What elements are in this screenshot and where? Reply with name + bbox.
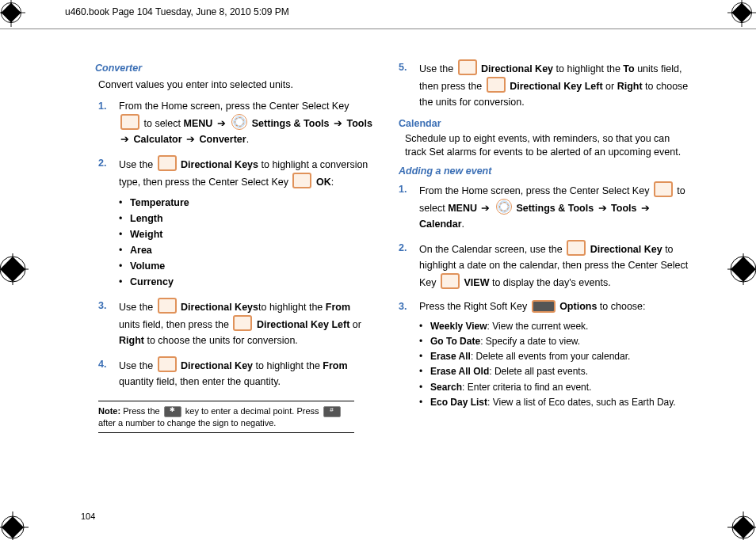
list-item: Length xyxy=(119,211,373,226)
directional-key-icon xyxy=(487,77,506,93)
list-item: Area xyxy=(119,242,373,258)
star-key-icon xyxy=(164,406,181,417)
settings-tools-icon xyxy=(231,114,247,130)
arrow-icon: ➔ xyxy=(120,134,129,145)
list-item: Erase All: Delete all events from your c… xyxy=(419,349,693,364)
arrow-icon: ➔ xyxy=(186,134,195,145)
step-number: 2. xyxy=(399,240,407,256)
crop-mark-icon xyxy=(727,253,756,285)
converter-step-2: 2. Use the Directional Keys to highlight… xyxy=(98,155,373,290)
left-column: Converter Convert values you enter into … xyxy=(79,59,373,433)
crop-header: u460.book Page 104 Tuesday, June 8, 2010… xyxy=(0,0,756,29)
hash-key-icon xyxy=(323,406,341,417)
list-item: Eco Day List: View a list of Eco dates, … xyxy=(419,395,693,410)
step-number: 5. xyxy=(399,59,407,75)
list-item: Erase All Old: Delete all past events. xyxy=(419,364,693,379)
calendar-step-2: 2. On the Calendar screen, use the Direc… xyxy=(399,240,693,291)
arrow-icon: ➔ xyxy=(641,203,650,214)
center-select-key-icon xyxy=(654,181,673,197)
section-title-adding-event: Adding a new event xyxy=(399,165,693,177)
directional-key-icon xyxy=(458,59,477,75)
document-header: u460.book Page 104 Tuesday, June 8, 2010… xyxy=(65,6,289,17)
crop-mark-icon xyxy=(0,253,29,285)
calendar-step-1: 1. From the Home screen, press the Cente… xyxy=(399,181,693,232)
center-select-key-icon xyxy=(292,173,311,188)
arrow-icon: ➔ xyxy=(334,118,342,129)
directional-key-icon xyxy=(233,315,252,331)
arrow-icon: ➔ xyxy=(481,203,490,214)
directional-key-icon xyxy=(158,298,177,314)
arrow-icon: ➔ xyxy=(598,203,607,214)
list-item: Volume xyxy=(119,258,373,274)
crop-mark-icon xyxy=(727,0,756,30)
crop-mark-icon xyxy=(727,511,756,540)
converter-step-5: 5. Use the Directional Key to highlight … xyxy=(399,59,693,110)
arrow-icon: ➔ xyxy=(217,118,226,129)
page-content: Converter Convert values you enter into … xyxy=(79,59,693,516)
step-number: 2. xyxy=(98,155,106,171)
calendar-intro: Schedule up to eight events, with remind… xyxy=(405,132,693,159)
settings-tools-icon xyxy=(496,199,512,215)
list-item: Currency xyxy=(119,274,373,290)
section-title-converter: Converter xyxy=(95,63,373,74)
converter-step-1: 1. From the Home screen, press the Cente… xyxy=(98,98,373,147)
center-select-key-icon xyxy=(441,273,460,289)
converter-step-3: 3. Use the Directional Keysto highlight … xyxy=(98,298,373,348)
page-number: 104 xyxy=(81,511,95,521)
converter-step-4: 4. Use the Directional Key to highlight … xyxy=(98,356,373,390)
list-item: Temperature xyxy=(119,195,373,211)
crop-mark-icon xyxy=(0,511,29,540)
step-number: 1. xyxy=(399,181,407,197)
directional-key-icon xyxy=(158,356,177,372)
list-item: Weight xyxy=(119,226,373,242)
crop-mark-icon xyxy=(0,0,29,30)
right-column: 5. Use the Directional Key to highlight … xyxy=(399,59,693,433)
directional-key-icon xyxy=(158,155,177,171)
note-block: Note: Press the key to enter a decimal p… xyxy=(98,401,354,433)
step-number: 4. xyxy=(98,356,106,372)
list-item: Weekly View: View the current week. xyxy=(419,319,693,334)
list-item: Search: Enter criteria to find an event. xyxy=(419,380,693,395)
step-number: 1. xyxy=(98,98,106,114)
center-select-key-icon xyxy=(120,114,139,130)
step-number: 3. xyxy=(98,298,106,314)
right-soft-key-icon xyxy=(532,300,556,313)
step-number: 3. xyxy=(399,299,407,314)
section-title-calendar: Calendar xyxy=(399,118,693,129)
directional-key-icon xyxy=(567,240,586,256)
list-item: Go To Date: Specify a date to view. xyxy=(419,334,693,349)
calendar-step-3: 3. Press the Right Soft Key Options to c… xyxy=(399,299,693,410)
converter-intro: Convert values you enter into selected u… xyxy=(98,78,373,92)
